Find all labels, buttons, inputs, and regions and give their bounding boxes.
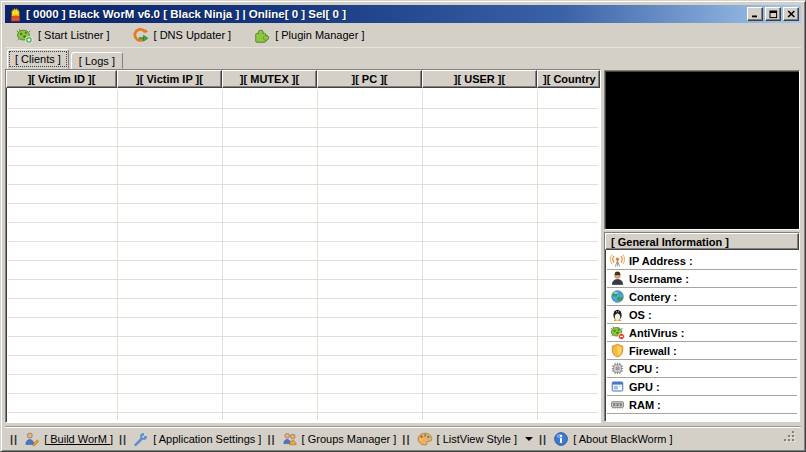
column-header-victim-ip[interactable]: ][ Victim IP ][	[117, 70, 222, 88]
general-info-rows: IP Address : Username : Conter	[607, 252, 797, 419]
title-bar[interactable]: [ 0000 ] Black WorM v6.0 [ Black Ninja ]…	[5, 5, 801, 23]
column-header-pc[interactable]: ][ PC ][	[317, 70, 422, 88]
dns-updater-label: [ DNS Updater ]	[154, 29, 232, 41]
tab-strip: [ Clients ] [ Logs ]	[5, 49, 125, 69]
info-row-username: Username :	[607, 270, 797, 288]
ip-antenna-icon	[610, 253, 625, 268]
app-window: [ 0000 ] Black WorM v6.0 [ Black Ninja ]…	[0, 0, 806, 452]
minimize-icon	[751, 10, 759, 18]
puzzle-plugin-icon	[253, 27, 270, 44]
window-title: [ 0000 ] Black WorM v6.0 [ Black Ninja ]…	[26, 8, 747, 20]
column-header-country[interactable]: ][ Country	[537, 70, 600, 88]
user-edit-icon	[24, 431, 40, 447]
close-button[interactable]	[783, 7, 799, 21]
user-icon	[610, 271, 625, 286]
toolbar: [ Start Listner ] [ DNS Updater ] [ Plug…	[5, 23, 801, 48]
screen-preview	[604, 70, 800, 230]
info-label-gpu: GPU :	[629, 381, 660, 393]
maximize-icon	[769, 10, 778, 19]
shield-icon	[610, 343, 625, 358]
status-bar: || [ Build WorM ] || [ Application Setti…	[5, 427, 801, 449]
column-header-user[interactable]: ][ USER ][	[422, 70, 537, 88]
worm-add-icon	[16, 27, 33, 44]
about-blackworm-button[interactable]: [ About BlackWorm ]	[553, 431, 672, 447]
plugin-manager-label: [ Plugin Manager ]	[275, 29, 364, 41]
column-header-mutex[interactable]: ][ MUTEX ][	[222, 70, 317, 88]
clients-listview[interactable]: ][ Victim ID ][ ][ Victim IP ][ ][ MUTEX…	[5, 69, 601, 423]
start-listener-label: [ Start Listner ]	[38, 29, 110, 41]
window-controls	[747, 7, 799, 21]
dropdown-arrow-icon[interactable]	[525, 437, 533, 441]
groups-manager-button[interactable]: [ Groups Manager ]	[282, 431, 397, 447]
dns-updater-button[interactable]: [ DNS Updater ]	[129, 25, 235, 46]
tux-penguin-icon	[610, 307, 625, 322]
info-label-ip-address: IP Address :	[629, 255, 693, 267]
info-row-firewall: Firewall :	[607, 342, 797, 360]
ram-module-icon	[610, 397, 625, 412]
maximize-button[interactable]	[765, 7, 781, 21]
separator: ||	[267, 433, 275, 445]
about-blackworm-label: [ About BlackWorm ]	[573, 433, 672, 445]
clients-table-body[interactable]	[8, 90, 598, 420]
tab-logs[interactable]: [ Logs ]	[71, 52, 123, 69]
application-settings-button[interactable]: [ Application Settings ]	[133, 431, 261, 447]
clients-table-header: ][ Victim ID ][ ][ Victim IP ][ ][ MUTEX…	[6, 70, 600, 88]
separator: ||	[119, 433, 127, 445]
info-label-username: Username :	[629, 273, 689, 285]
minimize-button[interactable]	[747, 7, 763, 21]
info-row-ip-address: IP Address :	[607, 252, 797, 270]
info-circle-icon	[553, 431, 569, 447]
wrench-icon	[133, 431, 149, 447]
info-row-antivirus: AntiVirus :	[607, 324, 797, 342]
gpu-card-icon	[610, 379, 625, 394]
globe-icon	[610, 289, 625, 304]
info-label-ram: RAM :	[629, 399, 661, 411]
dns-refresh-icon	[132, 27, 149, 44]
resize-grip[interactable]	[783, 430, 799, 446]
start-listener-button[interactable]: [ Start Listner ]	[13, 25, 113, 46]
info-label-firewall: Firewall :	[629, 345, 677, 357]
info-row-ram: RAM :	[607, 396, 797, 414]
general-info-panel: [ General Information ] IP Address : Use…	[604, 232, 800, 422]
separator: ||	[539, 433, 547, 445]
close-icon	[787, 10, 796, 18]
group-edit-icon	[282, 431, 298, 447]
info-row-os: OS :	[607, 306, 797, 324]
tab-clients[interactable]: [ Clients ]	[7, 49, 69, 69]
info-label-antivirus: AntiVirus :	[629, 327, 684, 339]
bug-remove-icon	[610, 325, 625, 340]
info-row-country: Contery :	[607, 288, 797, 306]
info-label-os: OS :	[629, 309, 652, 321]
build-worm-button[interactable]: [ Build WorM ]	[24, 431, 113, 447]
general-info-header: [ General Information ]	[605, 233, 799, 250]
separator: ||	[10, 433, 18, 445]
column-header-victim-id[interactable]: ][ Victim ID ][	[6, 70, 117, 88]
listview-style-button[interactable]: [ ListView Style ]	[417, 431, 534, 447]
listview-style-label: [ ListView Style ]	[437, 433, 518, 445]
info-label-cpu: CPU :	[629, 363, 659, 375]
separator: ||	[402, 433, 410, 445]
groups-manager-label: [ Groups Manager ]	[302, 433, 397, 445]
palette-icon	[417, 431, 433, 447]
info-row-cpu: CPU :	[607, 360, 797, 378]
cpu-chip-icon	[610, 361, 625, 376]
application-settings-label: [ Application Settings ]	[153, 433, 261, 445]
bart-character-icon[interactable]	[8, 7, 23, 22]
plugin-manager-button[interactable]: [ Plugin Manager ]	[250, 25, 367, 46]
build-worm-label: [ Build WorM ]	[44, 433, 113, 445]
info-label-country: Contery :	[629, 291, 677, 303]
info-row-gpu: GPU :	[607, 378, 797, 396]
